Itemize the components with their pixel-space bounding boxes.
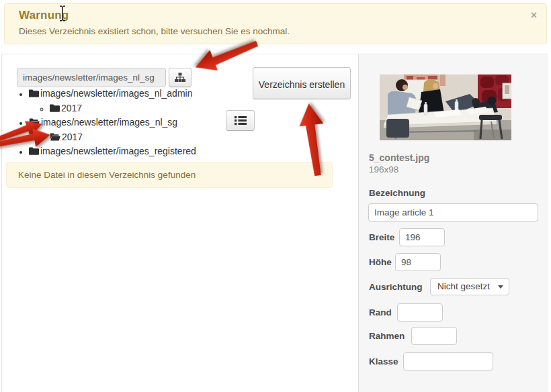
hoehe-input[interactable]: [395, 253, 441, 271]
bezeichnung-input[interactable]: [368, 203, 538, 222]
tree-item: 2017: [50, 101, 247, 116]
tree-link-2017-admin[interactable]: 2017: [61, 103, 82, 113]
tree-link-2017-sg[interactable]: 2017: [62, 132, 83, 142]
chevron-down-icon: [498, 285, 503, 289]
tree-item: images/newsletter/images_nl_sg 2017: [29, 115, 247, 144]
tree-item: images/newsletter/images_nl_admin 2017: [29, 87, 247, 115]
rahmen-input[interactable]: [411, 327, 457, 345]
preview-filename: 5_contest.jpg: [369, 152, 429, 163]
klasse-input[interactable]: [403, 352, 493, 371]
media-manager-panel: Verzeichnis erstellen images/newsletter/…: [1, 54, 547, 392]
folder-closed-icon: [29, 87, 39, 101]
rand-label: Rand: [369, 307, 392, 317]
image-properties-sidebar: 5_contest.jpg 196x98 Bezeichnung Breite …: [358, 54, 548, 392]
text-cursor-icon: [58, 5, 67, 21]
show-tree-button[interactable]: [169, 68, 192, 87]
tree-link-images-registered[interactable]: images/newsletter/images_registered: [40, 146, 196, 156]
rahmen-label: Rahmen: [369, 331, 405, 341]
sitemap-icon: [175, 72, 185, 83]
directory-path-input[interactable]: [17, 68, 166, 87]
tree-link-images-nl-sg[interactable]: images/newsletter/images_nl_sg: [41, 117, 177, 128]
preview-dimensions: 196x98: [369, 164, 398, 175]
breite-input[interactable]: [399, 228, 445, 246]
rand-input[interactable]: [397, 303, 443, 322]
create-directory-button[interactable]: Verzeichnis erstellen: [253, 67, 351, 99]
folder-closed-icon: [50, 102, 60, 116]
warning-alert: Warnung Dieses Verzeichnis existiert sch…: [4, 3, 547, 44]
image-thumbnail[interactable]: [380, 75, 511, 140]
close-icon[interactable]: ×: [531, 10, 537, 21]
tree-item: 2017: [50, 130, 247, 145]
bezeichnung-label: Bezeichnung: [369, 188, 425, 198]
breite-label: Breite: [369, 232, 394, 242]
ausrichtung-select[interactable]: Nicht gesetzt: [430, 278, 509, 295]
ausrichtung-label: Ausrichtung: [369, 282, 423, 292]
klasse-label: Klasse: [369, 356, 398, 366]
empty-directory-message: Keine Datei in diesem Verzeichnis gefund…: [6, 162, 333, 188]
tree-item: images/newsletter/images_registered: [29, 144, 247, 159]
ausrichtung-selected-value: Nicht gesetzt: [437, 281, 490, 291]
hoehe-label: Höhe: [369, 257, 392, 267]
tree-link-images-nl-admin[interactable]: images/newsletter/images_nl_admin: [40, 88, 192, 99]
